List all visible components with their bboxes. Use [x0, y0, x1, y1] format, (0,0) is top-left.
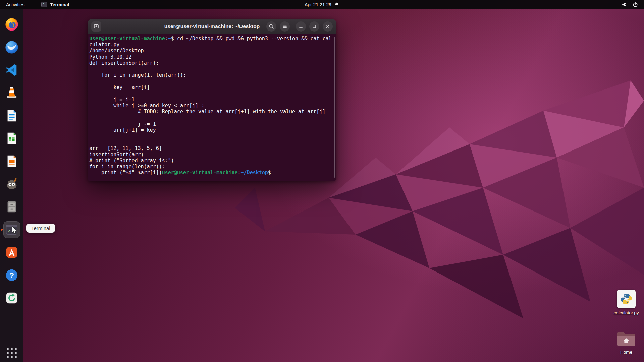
- system-status-area[interactable]: [622, 0, 644, 9]
- window-title: user@user-virtual-machine: ~/Desktop: [164, 23, 260, 29]
- dock-item-libreoffice-impress[interactable]: [4, 153, 20, 169]
- new-tab-button[interactable]: [91, 21, 101, 32]
- terminal-titlebar[interactable]: user@user-virtual-machine: ~/Desktop: [88, 19, 336, 34]
- python-file-icon: [617, 290, 636, 308]
- menu-button[interactable]: [280, 21, 290, 32]
- terminal-line: [89, 78, 335, 84]
- terminal-icon: >_: [5, 223, 19, 237]
- bell-icon: [334, 2, 339, 7]
- terminal-line: Python 3.10.12: [89, 54, 335, 60]
- dock-item-libreoffice-calc[interactable]: [4, 130, 20, 146]
- terminal-line: def insertionSort(arr):: [89, 60, 335, 66]
- terminal-line: /home/user/Desktop: [89, 48, 335, 54]
- close-button[interactable]: [323, 21, 333, 32]
- svg-text:?: ?: [9, 271, 14, 280]
- terminal-line: for i in range(len(arr)):: [89, 164, 335, 170]
- terminal-line: j -= 1: [89, 121, 335, 127]
- desktop-icon-calculator-py[interactable]: calculator.py: [606, 290, 644, 315]
- titlebar-controls: [266, 21, 333, 32]
- maximize-button[interactable]: [309, 21, 319, 32]
- volume-icon: [622, 2, 627, 7]
- dock-item-thunderbird[interactable]: [4, 39, 20, 55]
- terminal-line: user@user-virtual-machine:~$ cd ~/Deskto…: [89, 36, 335, 42]
- dock-item-help[interactable]: ?: [4, 267, 20, 283]
- desktop-icon-label: Home: [620, 350, 632, 355]
- terminal-window: user@user-virtual-machine: ~/Desktop: [88, 19, 336, 181]
- terminal-output[interactable]: user@user-virtual-machine:~$ cd ~/Deskto…: [88, 34, 336, 181]
- files-icon: [5, 200, 19, 214]
- dock-item-software-updater[interactable]: [4, 290, 20, 306]
- dock-item-vlc[interactable]: [4, 85, 20, 101]
- terminal-scrollbar[interactable]: [334, 37, 335, 178]
- dock-tooltip: Terminal: [26, 224, 55, 233]
- top-bar: Activities Terminal Apr 21 21:29: [0, 0, 644, 9]
- activities-button[interactable]: Activities: [0, 0, 31, 9]
- software-updater-icon: [5, 291, 19, 305]
- help-icon: ?: [5, 268, 19, 282]
- terminal-line: [89, 66, 335, 72]
- dock-item-files[interactable]: [4, 199, 20, 215]
- terminal-line: [89, 133, 335, 139]
- clock-label: Apr 21 21:29: [305, 2, 331, 7]
- dock-item-firefox[interactable]: [4, 16, 20, 33]
- thunderbird-icon: [5, 40, 19, 54]
- terminal-line: [89, 115, 335, 121]
- desktop-icon-label: calculator.py: [613, 310, 639, 315]
- clock-menu[interactable]: Apr 21 21:29: [305, 0, 339, 9]
- terminal-line: [89, 90, 335, 97]
- terminal-line: arr = [12, 11, 13, 5, 6]: [89, 145, 335, 152]
- terminal-line: culator.py: [89, 42, 335, 48]
- desktop-root: Activities Terminal Apr 21 21:29: [0, 0, 644, 362]
- terminal-line: while j >=0 and key < arr[j] :: [89, 103, 335, 109]
- libreoffice-calc-icon: [5, 131, 19, 145]
- terminal-line: print ("%d" %arr[i])user@user-virtual-ma…: [89, 170, 335, 176]
- show-applications-button[interactable]: [7, 348, 17, 358]
- terminal-line: [89, 139, 335, 145]
- firefox-icon: [5, 17, 19, 32]
- minimize-button[interactable]: [296, 21, 306, 32]
- terminal-line: # TODO: Replace the value at arr[j+1] wi…: [89, 109, 335, 115]
- terminal-line: insertionSort(arr): [89, 152, 335, 158]
- gimp-icon: [5, 177, 19, 191]
- dock: >_ ?: [0, 9, 23, 362]
- terminal-line: key = arr[i]: [89, 84, 335, 90]
- desktop-icon-home[interactable]: Home: [606, 330, 644, 355]
- ubuntu-software-icon: [5, 245, 19, 259]
- terminal-line: for i in range(1, len(arr)):: [89, 72, 335, 78]
- focused-app-menu[interactable]: Terminal: [41, 2, 69, 7]
- libreoffice-writer-icon: [5, 109, 19, 123]
- libreoffice-impress-icon: [5, 154, 19, 168]
- dock-item-libreoffice-writer[interactable]: [4, 108, 20, 124]
- power-icon: [633, 2, 638, 7]
- dock-item-ubuntu-software[interactable]: [4, 244, 20, 260]
- dock-item-gimp[interactable]: [4, 176, 20, 192]
- vlc-icon: [5, 86, 19, 100]
- terminal-line: j = i-1: [89, 97, 335, 103]
- terminal-line: arr[j+1] = key: [89, 127, 335, 133]
- vscode-icon: [5, 63, 19, 77]
- home-folder-icon: [616, 330, 637, 348]
- search-button[interactable]: [266, 21, 276, 32]
- terminal-mini-icon: [41, 2, 47, 7]
- dock-item-terminal[interactable]: >_: [4, 222, 20, 238]
- svg-text:>_: >_: [8, 228, 13, 233]
- terminal-line: # print ("Sorted array is:"): [89, 158, 335, 164]
- dock-item-vscode[interactable]: [4, 62, 20, 78]
- focused-app-label: Terminal: [50, 2, 69, 7]
